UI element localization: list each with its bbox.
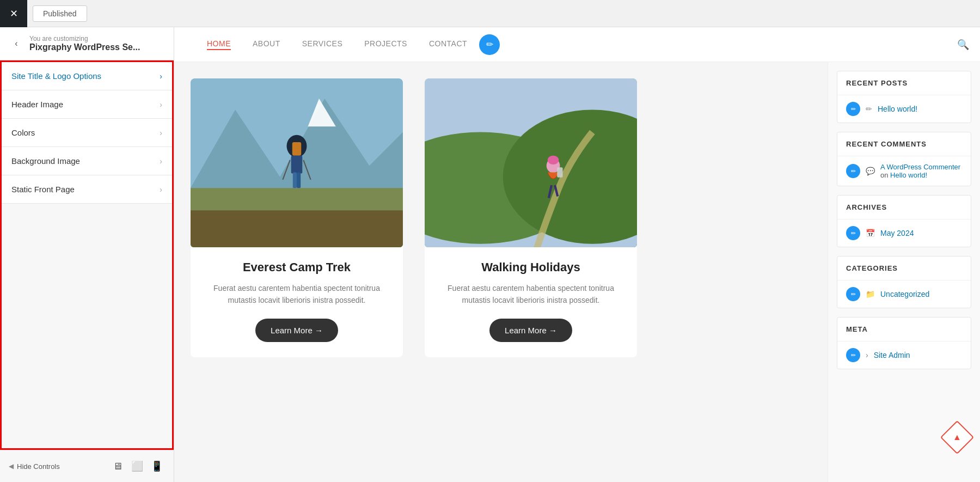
widget-categories-item: ✏ 📁 Uncategorized (837, 280, 971, 308)
chevron-right-icon: › (160, 185, 162, 194)
chevron-right-icon: › (160, 157, 162, 166)
sidebar-right: RECENT POSTS ✏ ✏ Hello world! RECENT COM… (828, 62, 980, 482)
widget-recent-posts: RECENT POSTS ✏ ✏ Hello world! (837, 71, 971, 123)
search-icon[interactable]: 🔍 (957, 39, 969, 51)
top-bar: ✕ Published (0, 0, 980, 27)
nav-links: HOME ABOUT SERVICES PROJECTS CONTACT (207, 39, 467, 50)
meta-link-1[interactable]: Site Admin (874, 351, 910, 359)
widget-recent-posts-title: RECENT POSTS (837, 71, 971, 95)
post-card-2: Walking Holidays Fuerat aestu carentem h… (425, 78, 637, 357)
svg-rect-19 (557, 167, 562, 177)
svg-rect-4 (191, 188, 403, 210)
comment-post-link[interactable]: Hello world! (890, 171, 927, 179)
post-card-body-2: Walking Holidays Fuerat aestu carentem h… (425, 247, 637, 357)
folder-icon: 📁 (866, 290, 875, 298)
scroll-up-arrow: ▲ (953, 432, 961, 442)
post-title-2: Walking Holidays (436, 260, 626, 274)
widget-archives-item: ✏ 📅 May 2024 (837, 219, 971, 247)
sidebar-header: ‹ You are customizing Pixgraphy WordPres… (0, 27, 174, 60)
chevron-right-icon: › (160, 100, 162, 109)
sidebar-item-static-front-page[interactable]: Static Front Page › (2, 175, 172, 204)
learn-more-button-2[interactable]: Learn More → (489, 319, 572, 342)
mobile-view-button[interactable]: 📱 (149, 458, 165, 474)
post-title-1: Everest Camp Trek (201, 260, 392, 274)
category-link-1[interactable]: Uncategorized (880, 290, 929, 298)
close-button[interactable]: ✕ (0, 0, 27, 27)
svg-rect-8 (293, 172, 297, 188)
sidebar-menu: Site Title & Logo Options › Header Image… (0, 60, 174, 450)
widget-meta-item: ✏ › Site Admin (837, 341, 971, 369)
post-card-1: Everest Camp Trek Fuerat aestu carentem … (191, 78, 403, 357)
sidebar-back-button[interactable]: ‹ (9, 36, 24, 51)
arrow-right-icon: › (866, 351, 868, 359)
customizing-label: You are customizing (29, 35, 140, 42)
nav-home[interactable]: HOME (207, 39, 231, 50)
device-buttons: 🖥 ⬜ 📱 (109, 458, 165, 474)
svg-rect-7 (291, 156, 303, 174)
sidebar-item-site-title[interactable]: Site Title & Logo Options › (2, 62, 172, 90)
archive-link-1[interactable]: May 2024 (880, 229, 914, 237)
pencil-icon: ✏ (866, 105, 872, 113)
svg-rect-9 (297, 172, 301, 188)
widget-archives-title: ARCHIVES (837, 196, 971, 219)
svg-rect-6 (292, 142, 301, 156)
widget-recent-comments-title: RECENT COMMENTS (837, 132, 971, 156)
nav-contact[interactable]: CONTACT (429, 39, 467, 50)
chevron-right-icon: › (160, 72, 162, 81)
nav-about[interactable]: ABOUT (253, 39, 280, 50)
mobile-icon: 📱 (151, 460, 163, 472)
widget-recent-comments: RECENT COMMENTS ✏ 💬 A WordPress Commente… (837, 132, 971, 186)
nav-projects[interactable]: PROJECTS (364, 39, 407, 50)
desktop-icon: 🖥 (113, 461, 122, 472)
site-logo: ✏ (479, 34, 500, 55)
desktop-view-button[interactable]: 🖥 (109, 458, 126, 474)
learn-more-button-1[interactable]: Learn More → (255, 319, 338, 342)
widget-archives: ARCHIVES ✏ 📅 May 2024 (837, 195, 971, 247)
edit-icon: ✏ (846, 102, 860, 116)
scroll-to-top-button[interactable]: ▲ (945, 425, 969, 449)
sidebar-item-header-image[interactable]: Header Image › (2, 90, 172, 119)
sidebar: ‹ You are customizing Pixgraphy WordPres… (0, 27, 174, 482)
post-card-body-1: Everest Camp Trek Fuerat aestu carentem … (191, 247, 403, 357)
post-desc-2: Fuerat aestu carentem habentia spectent … (436, 282, 626, 307)
post-image-walker (425, 78, 637, 247)
recent-post-link-1[interactable]: Hello world! (878, 105, 917, 113)
commenter-link[interactable]: A WordPress Commenter (880, 163, 960, 171)
edit-icon-3: ✏ (846, 226, 860, 240)
sidebar-footer: ◀ Hide Controls 🖥 ⬜ 📱 (0, 450, 174, 482)
pencil-icon: ✏ (486, 39, 493, 50)
widget-meta: META ✏ › Site Admin (837, 317, 971, 369)
sidebar-item-background-image[interactable]: Background Image › (2, 147, 172, 175)
chevron-right-icon: › (160, 129, 162, 137)
main-content: Everest Camp Trek Fuerat aestu carentem … (174, 62, 828, 482)
tablet-icon: ⬜ (131, 460, 143, 472)
published-button[interactable]: Published (33, 5, 87, 22)
nav-services[interactable]: SERVICES (302, 39, 343, 50)
tablet-view-button[interactable]: ⬜ (129, 458, 145, 474)
calendar-icon: 📅 (866, 229, 875, 237)
arrow-left-icon: ◀ (9, 462, 14, 470)
edit-icon-4: ✏ (846, 287, 860, 301)
widget-categories-title: CATEGORIES (837, 257, 971, 280)
comment-text: A WordPress Commenter on Hello world! (880, 163, 962, 179)
svg-point-16 (548, 156, 559, 164)
main-layout: ‹ You are customizing Pixgraphy WordPres… (0, 27, 980, 482)
hide-controls-button[interactable]: ◀ Hide Controls (9, 462, 60, 471)
widget-recent-posts-item: ✏ ✏ Hello world! (837, 95, 971, 123)
logo-icon: ✏ (479, 34, 500, 55)
theme-name: Pixgraphy WordPress Se... (29, 42, 140, 52)
post-desc-1: Fuerat aestu carentem habentia spectent … (201, 282, 392, 307)
content-area: Everest Camp Trek Fuerat aestu carentem … (174, 62, 980, 482)
comment-icon: 💬 (866, 167, 875, 175)
preview-area: ✏ HOME ABOUT SERVICES PROJECTS CONTACT 🔍 (174, 27, 980, 482)
widget-categories: CATEGORIES ✏ 📁 Uncategorized (837, 256, 971, 308)
edit-icon-2: ✏ (846, 164, 860, 178)
sidebar-header-info: You are customizing Pixgraphy WordPress … (29, 35, 140, 52)
edit-icon-5: ✏ (846, 348, 860, 362)
hide-controls-label: Hide Controls (17, 462, 60, 471)
posts-grid: Everest Camp Trek Fuerat aestu carentem … (191, 78, 637, 357)
nav-bar: ✏ HOME ABOUT SERVICES PROJECTS CONTACT 🔍 (174, 27, 980, 62)
widget-recent-comments-item: ✏ 💬 A WordPress Commenter on Hello world… (837, 156, 971, 186)
post-image-trekker (191, 78, 403, 247)
sidebar-item-colors[interactable]: Colors › (2, 119, 172, 147)
